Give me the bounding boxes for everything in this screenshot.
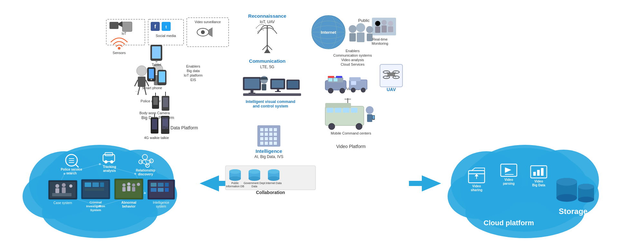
svg-text:Police service: Police service [61, 168, 82, 171]
svg-text:Public: Public [231, 181, 239, 185]
svg-text:Investigation: Investigation [86, 204, 105, 208]
svg-rect-42 [152, 119, 157, 129]
svg-text:f: f [154, 24, 156, 29]
command-subtitle: and control system [253, 104, 288, 108]
svg-point-176 [268, 176, 279, 181]
svg-rect-256 [533, 172, 536, 176]
svg-rect-235 [367, 114, 372, 122]
svg-text:Video surveillance: Video surveillance [195, 20, 221, 24]
svg-text:search: search [66, 172, 77, 175]
svg-rect-155 [269, 137, 272, 140]
svg-text:analysis: analysis [103, 169, 116, 172]
svg-rect-188 [382, 25, 387, 33]
svg-text:parsing: parsing [503, 182, 515, 185]
svg-point-171 [249, 169, 260, 174]
svg-rect-122 [165, 183, 169, 187]
svg-point-14 [137, 66, 147, 76]
svg-rect-125 [165, 188, 169, 192]
svg-rect-30 [159, 71, 165, 82]
svg-text:Big data: Big data [187, 69, 200, 73]
svg-text:Video: Video [534, 180, 543, 183]
svg-point-226 [328, 123, 335, 130]
svg-line-16 [135, 80, 138, 86]
svg-point-267 [578, 197, 594, 202]
svg-rect-36 [153, 97, 158, 105]
svg-rect-143 [243, 93, 301, 96]
svg-point-74 [104, 160, 108, 163]
svg-rect-131 [251, 90, 253, 93]
svg-rect-228 [327, 108, 333, 113]
uav-label: UAV [387, 87, 396, 92]
svg-rect-154 [265, 137, 268, 140]
svg-point-227 [356, 123, 362, 130]
svg-rect-136 [260, 79, 268, 80]
svg-rect-192 [349, 33, 356, 42]
svg-point-189 [388, 21, 393, 26]
communication-subtitle: LTE, 5G [260, 65, 274, 69]
svg-text:Tracking: Tracking [103, 165, 116, 169]
svg-point-115 [137, 183, 140, 186]
svg-text:Internet Data: Internet Data [266, 181, 281, 185]
svg-text:Relationship: Relationship [136, 169, 155, 172]
svg-text:Intelligence: Intelligence [153, 201, 169, 204]
svg-text:Government Dept: Government Dept [243, 181, 265, 185]
svg-rect-157 [260, 142, 263, 145]
svg-rect-130 [244, 79, 260, 89]
svg-rect-121 [158, 183, 164, 187]
svg-rect-103 [85, 188, 104, 191]
svg-point-165 [229, 169, 241, 174]
svg-text:t: t [166, 24, 167, 29]
svg-text:Big Data: Big Data [532, 183, 545, 187]
mobile-command-label: Mobile Command centers [331, 131, 371, 135]
big-data-platform-text: Big Data Platform [163, 125, 198, 130]
big-data-cloud: Police service search Tracking analysis … [23, 145, 177, 238]
svg-point-170 [249, 176, 260, 181]
video-platform-label: Video Platform [336, 144, 366, 149]
svg-rect-153 [260, 137, 263, 140]
svg-point-191 [349, 25, 356, 33]
svg-point-264 [556, 178, 577, 186]
svg-point-109 [122, 183, 126, 187]
svg-point-13 [118, 47, 120, 50]
svg-text:Data: Data [251, 185, 257, 188]
svg-rect-15 [138, 77, 146, 87]
svg-point-75 [110, 160, 113, 163]
svg-rect-138 [272, 80, 284, 88]
svg-rect-102 [100, 182, 104, 187]
svg-text:...: ... [135, 87, 139, 93]
svg-text:IoT platform: IoT platform [184, 73, 203, 77]
svg-text:Information DB: Information DB [226, 185, 244, 188]
command-title: Intelligent visual command [246, 99, 295, 104]
svg-text:Video: Video [504, 178, 513, 181]
svg-rect-145 [260, 128, 263, 131]
svg-rect-258 [541, 168, 544, 176]
svg-rect-230 [343, 108, 349, 113]
sensors-label: Sensors [113, 51, 126, 55]
svg-point-187 [382, 20, 387, 25]
svg-point-211 [351, 88, 355, 92]
svg-rect-160 [274, 142, 277, 145]
svg-rect-194 [357, 33, 365, 42]
svg-point-185 [375, 21, 380, 26]
svg-rect-147 [269, 128, 272, 131]
svg-rect-152 [274, 133, 277, 136]
svg-point-95 [69, 184, 72, 188]
svg-rect-114 [132, 187, 135, 191]
svg-rect-204 [336, 76, 342, 78]
svg-rect-158 [265, 142, 268, 145]
svg-rect-146 [265, 128, 268, 131]
svg-text:behavior: behavior [122, 205, 136, 208]
svg-rect-150 [265, 133, 268, 136]
tablet-label: Tablet [152, 63, 161, 67]
walkie-talkie-label: 4G walkie talkie [144, 136, 169, 140]
svg-text:Video: Video [472, 184, 481, 188]
svg-rect-39 [163, 98, 168, 107]
svg-rect-196 [367, 33, 373, 41]
reconnaissance-title: Reconnaissance [248, 13, 286, 19]
svg-rect-100 [85, 182, 91, 187]
svg-rect-96 [52, 193, 71, 196]
svg-rect-2 [109, 22, 118, 29]
svg-rect-237 [373, 116, 374, 119]
svg-text:Enablers: Enablers [346, 49, 360, 53]
svg-text:sharing: sharing [471, 188, 482, 192]
